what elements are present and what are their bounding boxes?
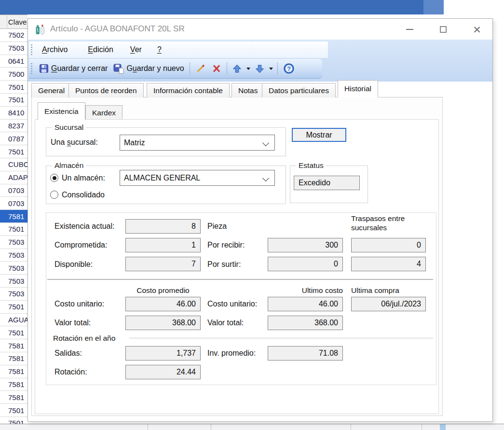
background-window-titlebar bbox=[0, 0, 444, 14]
menu-edicion[interactable]: Edición bbox=[82, 45, 119, 54]
guardar-y-cerrar-button[interactable]: Guardar y cerrar bbox=[36, 62, 110, 75]
mostrar-button[interactable]: Mostrar bbox=[292, 128, 346, 142]
clave-column: 7502750306417500750175018410823707877501… bbox=[0, 29, 27, 430]
un-almacen-label: Un almacén: bbox=[62, 174, 105, 182]
edit-button[interactable] bbox=[192, 62, 209, 75]
grid-gridline bbox=[148, 424, 148, 430]
svg-text:?: ? bbox=[287, 66, 291, 72]
grid-row[interactable]: ADAP bbox=[0, 171, 27, 184]
grid-row[interactable]: 7501 bbox=[0, 81, 27, 94]
grid-row[interactable]: 7581 bbox=[0, 210, 27, 223]
grid-row[interactable]: 0703 bbox=[0, 184, 27, 197]
traspaso-recibir-field: 0 bbox=[351, 238, 426, 252]
move-down-button[interactable] bbox=[252, 63, 267, 75]
grid-row[interactable]: 7501 bbox=[0, 145, 27, 158]
grid-row[interactable]: 7501 bbox=[0, 404, 27, 417]
grid-row[interactable]: 7503 bbox=[0, 288, 27, 301]
consolidado-radio[interactable] bbox=[50, 191, 58, 199]
grid-row[interactable]: 7502 bbox=[0, 29, 27, 42]
grid-row[interactable]: 7501 bbox=[0, 301, 27, 314]
grid-row[interactable]: 0703 bbox=[0, 197, 27, 210]
disponible-field: 7 bbox=[125, 257, 201, 271]
una-sucursal-label: Una sucursal: bbox=[51, 138, 98, 147]
background-grid-bottom-row bbox=[0, 424, 504, 430]
close-button[interactable]: ✕ bbox=[469, 23, 485, 36]
toolbar-separator bbox=[277, 62, 278, 75]
grid-row[interactable]: 7581 bbox=[0, 391, 27, 404]
grid-row[interactable]: 7503 bbox=[0, 275, 27, 288]
toolbar-separator bbox=[190, 62, 190, 75]
ultimo-costo-unitario-label: Costo unitario: bbox=[207, 300, 257, 308]
arrow-down-icon bbox=[255, 64, 264, 73]
traspasos-header: Traspasos entre sucursales bbox=[351, 214, 416, 232]
salidas-label: Salidas: bbox=[54, 349, 82, 358]
move-up-button[interactable] bbox=[230, 63, 245, 75]
tab-notas[interactable]: Notas bbox=[232, 83, 265, 97]
sucursal-combobox-value: Matriz bbox=[124, 139, 145, 147]
inv-promedio-field: 71.08 bbox=[268, 346, 343, 361]
grid-row[interactable]: 0641 bbox=[0, 55, 27, 68]
un-almacen-radio[interactable] bbox=[50, 174, 58, 182]
sucursal-combobox[interactable]: Matriz bbox=[120, 135, 275, 151]
screen: Clave 7502750306417500750175018410823707… bbox=[0, 0, 504, 430]
ultimo-valor-total-field: 368.00 bbox=[268, 316, 343, 330]
grid-gridline bbox=[351, 424, 351, 430]
help-button[interactable]: ? bbox=[280, 61, 298, 76]
move-up-dropdown-caret[interactable] bbox=[246, 68, 250, 70]
grid-row[interactable]: AGUA bbox=[0, 314, 27, 327]
almacen-combobox[interactable]: ALMACEN GENERAL bbox=[120, 170, 275, 186]
delete-button[interactable] bbox=[209, 62, 224, 75]
grid-row[interactable]: 7581 bbox=[0, 365, 27, 378]
grid-row[interactable]: 7503 bbox=[0, 236, 27, 249]
grid-row[interactable]: 7581 bbox=[0, 352, 27, 365]
tab-datos-particulares[interactable]: Datos particulares bbox=[262, 83, 336, 97]
grid-row[interactable]: 8410 bbox=[0, 107, 27, 120]
background-titlebar-button bbox=[423, 0, 444, 14]
grid-row[interactable]: CUBO bbox=[0, 158, 27, 171]
dialog-title: Artículo - AGUA BONAFONT 20L SR bbox=[50, 24, 185, 34]
grid-row[interactable]: 7503 bbox=[0, 249, 27, 262]
grid-row[interactable]: 7581 bbox=[0, 378, 27, 391]
grid-row[interactable]: 8237 bbox=[0, 120, 27, 133]
menu-ver[interactable]: Ver bbox=[124, 45, 148, 54]
grid-header-clave: Clave bbox=[8, 18, 27, 26]
articulo-bottles-icon bbox=[35, 24, 46, 35]
disponible-label: Disponible: bbox=[54, 260, 93, 269]
comprometida-label: Comprometida: bbox=[54, 241, 107, 250]
guardar-y-nuevo-button[interactable]: Guardar y nuevo bbox=[110, 62, 187, 75]
arrow-up-icon bbox=[232, 64, 242, 73]
existencia-actual-label: Existencia actual: bbox=[54, 222, 115, 231]
estatus-group-label: Estatus bbox=[296, 161, 326, 170]
grid-row[interactable]: 7501 bbox=[0, 94, 27, 107]
grid-row[interactable]: 7581 bbox=[0, 339, 27, 352]
menu-archivo[interactable]: Archivo bbox=[36, 45, 74, 54]
chevron-down-icon bbox=[262, 175, 269, 181]
toolbar-grip-icon bbox=[31, 63, 32, 74]
tab-puntos-de-reorden[interactable]: Puntos de reorden bbox=[68, 83, 144, 97]
tab-general[interactable]: General bbox=[31, 83, 71, 97]
grid-row[interactable]: 7501 bbox=[0, 223, 27, 236]
toolbar-separator bbox=[227, 62, 227, 75]
grid-row[interactable]: 7503 bbox=[0, 262, 27, 275]
move-down-dropdown-caret[interactable] bbox=[269, 68, 273, 70]
close-icon: ✕ bbox=[473, 25, 481, 35]
grid-row[interactable]: 7503 bbox=[0, 42, 27, 55]
menubar-grip-icon bbox=[31, 44, 32, 55]
rotacion-divider bbox=[129, 338, 433, 338]
tab-informacion-contable[interactable]: Información contable bbox=[147, 83, 230, 97]
rotacion-group-label: Rotación en el año bbox=[53, 334, 115, 343]
almacen-group-label: Almacén bbox=[52, 161, 86, 170]
minimize-button[interactable] bbox=[401, 23, 418, 36]
grid-row[interactable]: 0787 bbox=[0, 132, 27, 145]
subtab-kardex[interactable]: Kardex bbox=[85, 105, 123, 120]
grid-row[interactable]: 7500 bbox=[0, 68, 27, 81]
tab-historial[interactable]: Historial bbox=[338, 80, 378, 97]
menu-ayuda[interactable]: ? bbox=[151, 45, 168, 54]
valor-total-promedio-field: 368.00 bbox=[125, 316, 201, 330]
consolidado-label: Consolidado bbox=[62, 191, 105, 199]
grid-row[interactable]: 7501 bbox=[0, 326, 27, 339]
maximize-button[interactable] bbox=[435, 23, 451, 36]
por-surtir-field: 0 bbox=[268, 257, 343, 271]
subtab-existencia[interactable]: Existencia bbox=[38, 102, 85, 120]
section-divider bbox=[47, 279, 433, 280]
